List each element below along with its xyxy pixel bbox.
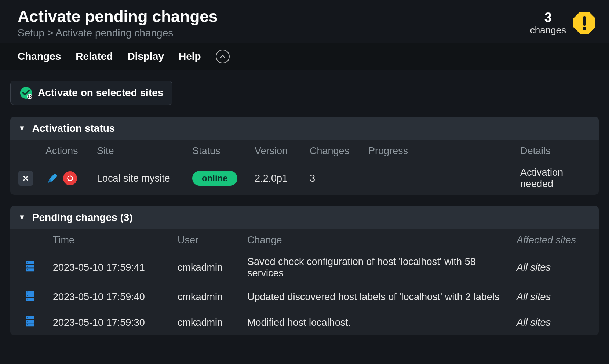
- col-user: User: [172, 229, 241, 251]
- svg-rect-15: [27, 295, 28, 296]
- breadcrumb[interactable]: Setup > Activate pending changes: [18, 27, 218, 39]
- collapse-triangle-icon: ▼: [18, 213, 26, 222]
- tab-related[interactable]: Related: [76, 51, 113, 62]
- pending-row: 2023-05-10 17:59:30cmkadminModified host…: [10, 310, 599, 336]
- change-text: Saved check configuration of host 'local…: [241, 251, 511, 284]
- host-icon: [25, 290, 37, 303]
- edit-icon[interactable]: [45, 171, 59, 185]
- change-text: Updated discovered host labels of 'local…: [241, 284, 511, 310]
- col-blank: [10, 140, 40, 162]
- col-time: Time: [47, 229, 172, 251]
- changes-count-number: 3: [544, 10, 552, 25]
- svg-point-2: [583, 27, 586, 30]
- header-right: 3 changes: [530, 7, 596, 35]
- collapse-triangle-icon: ▼: [18, 124, 26, 132]
- col-changes: Changes: [304, 140, 362, 162]
- header-left: Activate pending changes Setup > Activat…: [18, 7, 218, 39]
- pending-row: 2023-05-10 17:59:40cmkadminUpdated disco…: [10, 284, 599, 310]
- page-title: Activate pending changes: [18, 7, 218, 26]
- restart-icon[interactable]: [63, 171, 77, 185]
- activate-button-label: Activate on selected sites: [38, 87, 163, 99]
- site-name: Local site mysite: [91, 162, 186, 195]
- pending-row: 2023-05-10 17:59:41cmkadminSaved check c…: [10, 251, 599, 284]
- activation-status-table: Actions Site Status Version Changes Prog…: [10, 140, 599, 195]
- change-time: 2023-05-10 17:59:30: [47, 310, 172, 336]
- status-badge: online: [192, 171, 237, 186]
- col-version: Version: [249, 140, 304, 162]
- col-change: Change: [241, 229, 511, 251]
- change-time: 2023-05-10 17:59:40: [47, 284, 172, 310]
- svg-rect-1: [583, 16, 586, 26]
- svg-rect-22: [27, 324, 28, 325]
- col-progress: Progress: [362, 140, 514, 162]
- page-header: Activate pending changes Setup > Activat…: [0, 0, 609, 43]
- pending-changes-header[interactable]: ▼ Pending changes (3): [10, 206, 599, 229]
- col-actions: Actions: [40, 140, 91, 162]
- svg-rect-21: [27, 321, 28, 322]
- activation-status-title: Activation status: [32, 123, 115, 134]
- pending-changes-table: Time User Change Affected sites 2023-05-…: [10, 229, 599, 335]
- changes-counter[interactable]: 3 changes: [530, 10, 566, 35]
- site-row: Local site mysite online 2.2.0p1 3 Activ…: [10, 162, 599, 195]
- col-details: Details: [514, 140, 599, 162]
- svg-rect-14: [27, 292, 28, 293]
- activate-icon: [19, 86, 33, 99]
- col-status: Status: [186, 140, 249, 162]
- col-blank: [10, 229, 47, 251]
- svg-rect-9: [27, 266, 28, 267]
- col-affected: Affected sites: [511, 229, 599, 251]
- change-text: Modified host localhost.: [241, 310, 511, 336]
- activate-on-selected-button[interactable]: Activate on selected sites: [10, 81, 172, 105]
- tabbar: Changes Related Display Help: [0, 43, 609, 70]
- activation-status-panel: ▼ Activation status Actions Site Status …: [10, 117, 599, 195]
- col-site: Site: [91, 140, 186, 162]
- pending-changes-panel: ▼ Pending changes (3) Time User Change A…: [10, 206, 599, 335]
- host-icon: [25, 260, 37, 274]
- host-icon: [25, 315, 37, 329]
- warning-icon[interactable]: [573, 11, 596, 34]
- deselect-site-button[interactable]: [18, 171, 33, 186]
- change-affected: All sites: [511, 310, 599, 336]
- change-user: cmkadmin: [172, 251, 241, 284]
- changes-count-label: changes: [530, 25, 566, 36]
- tab-help[interactable]: Help: [179, 51, 201, 62]
- site-version: 2.2.0p1: [249, 162, 304, 195]
- svg-rect-10: [27, 269, 28, 270]
- change-user: cmkadmin: [172, 284, 241, 310]
- tab-display[interactable]: Display: [127, 51, 164, 62]
- site-details: Activation needed: [514, 162, 599, 195]
- site-progress: [362, 162, 514, 195]
- site-changes: 3: [304, 162, 362, 195]
- toolbar: Activate on selected sites: [0, 70, 609, 117]
- svg-rect-20: [27, 317, 28, 318]
- svg-rect-16: [27, 299, 28, 300]
- change-user: cmkadmin: [172, 310, 241, 336]
- activation-status-header[interactable]: ▼ Activation status: [10, 117, 599, 140]
- svg-rect-8: [27, 262, 28, 263]
- actions-cell: [45, 171, 85, 185]
- collapse-toolbar-icon[interactable]: [216, 50, 230, 63]
- change-affected: All sites: [511, 284, 599, 310]
- change-affected: All sites: [511, 251, 599, 284]
- tab-changes[interactable]: Changes: [18, 51, 61, 62]
- pending-changes-title: Pending changes (3): [32, 212, 133, 223]
- change-time: 2023-05-10 17:59:41: [47, 251, 172, 284]
